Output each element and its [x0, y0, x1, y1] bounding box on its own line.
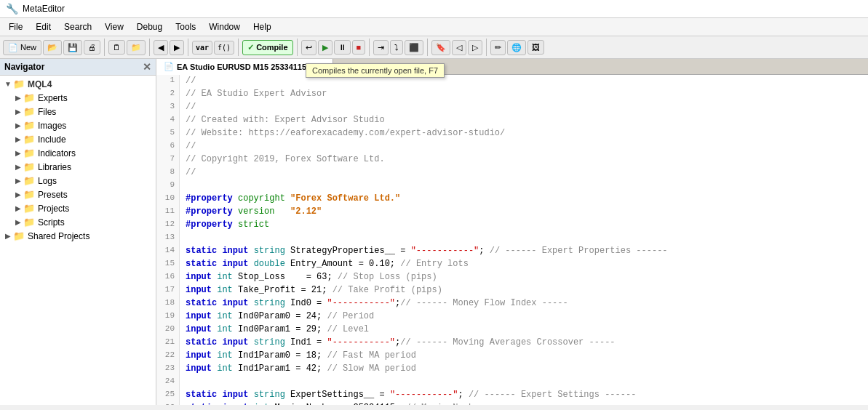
tree-node-projects[interactable]: ▶ 📁 Projects [0, 201, 156, 215]
save-button[interactable]: 💾 [63, 40, 82, 55]
menu-search[interactable]: Search [58, 20, 97, 34]
menu-window[interactable]: Window [203, 20, 246, 34]
step-in-icon: ⇥ [378, 43, 384, 52]
step-out-button[interactable]: ⬛ [405, 40, 423, 55]
browser-button[interactable]: 🌐 [507, 40, 526, 55]
tree-node-indicators[interactable]: ▶ 📁 Indicators [0, 146, 156, 160]
next-bookmark-button[interactable]: ▷ [468, 40, 482, 55]
tree-node-presets[interactable]: ▶ 📁 Presets [0, 188, 156, 201]
code-line: 13 [156, 232, 868, 245]
experts-folder-icon: 📁 [23, 92, 35, 103]
tree-node-images[interactable]: ▶ 📁 Images [0, 118, 156, 132]
compile-button[interactable]: ✓ Compile [242, 40, 292, 55]
sep7 [427, 39, 428, 56]
experts-label: Experts [38, 93, 68, 103]
tree-node-experts[interactable]: ▶ 📁 Experts [0, 91, 156, 105]
tree-node-mql4[interactable]: ▼ 📁 MQL4 [0, 77, 156, 91]
print-button[interactable]: 🖨 [84, 40, 100, 55]
prev-bookmark-button[interactable]: ◁ [452, 40, 466, 55]
step-in-button[interactable]: ⇥ [373, 40, 389, 55]
open-folder-button[interactable]: 📁 [127, 40, 146, 55]
pause-button[interactable]: ⏸ [334, 40, 351, 55]
menu-view[interactable]: View [99, 20, 130, 34]
mql4-folder-icon: 📁 [13, 79, 25, 89]
var-button[interactable]: var [192, 41, 212, 55]
editor-area: 📄 EA Studio EURUSD M15 25334115.mq4 1 //… [156, 59, 868, 405]
sep1 [104, 39, 105, 56]
menu-file[interactable]: File [3, 20, 28, 34]
tree-node-include[interactable]: ▶ 📁 Include [0, 132, 156, 146]
code-line: 15 static input double Entry_Amount = 0.… [156, 258, 868, 271]
func-button[interactable]: f() [214, 41, 234, 55]
editor-tab-bar: 📄 EA Studio EURUSD M15 25334115.mq4 [156, 59, 868, 75]
save-icon: 💾 [68, 43, 78, 52]
code-line: 6 // [156, 140, 868, 153]
experts-expand-icon: ▶ [13, 94, 23, 102]
code-line: 11 #property version "2.12" [156, 206, 868, 219]
sep5 [297, 39, 298, 56]
tree-node-scripts[interactable]: ▶ 📁 Scripts [0, 215, 156, 229]
step-over-button[interactable]: ⤵ [390, 40, 403, 55]
check-icon: ✓ [247, 43, 254, 52]
edit-button[interactable]: ✏ [490, 40, 506, 55]
code-line: 25 static input string ExpertSettings__ … [156, 389, 868, 402]
indicators-expand-icon: ▶ [13, 149, 23, 157]
compile-label: Compile [256, 43, 287, 52]
open-button[interactable]: 📂 [43, 40, 62, 55]
menu-debug[interactable]: Debug [131, 20, 168, 34]
run-button[interactable]: ▶ [318, 40, 333, 55]
code-line: 7 // Copyright 2019, Forex Software Ltd. [156, 153, 868, 166]
code-line: 9 [156, 180, 868, 193]
tree-node-shared-projects[interactable]: ▶ 📁 Shared Projects [0, 229, 156, 243]
pause-icon: ⏸ [338, 43, 346, 52]
images-expand-icon: ▶ [13, 121, 23, 129]
prev-bookmark-icon: ◁ [456, 43, 462, 52]
navigator-tree: ▼ 📁 MQL4 ▶ 📁 Experts ▶ 📁 Files ▶ 📁 Image… [0, 76, 156, 405]
bookmark-button[interactable]: 🔖 [431, 40, 450, 55]
shared-expand-icon: ▶ [3, 232, 13, 240]
projects-label: Projects [38, 204, 69, 214]
scripts-label: Scripts [38, 217, 65, 228]
stop-icon: ■ [357, 43, 362, 52]
projects-folder-icon: 📁 [23, 203, 35, 214]
code-line: 2 // EA Studio Expert Advisor [156, 88, 868, 101]
step-out-icon: ⬛ [409, 43, 419, 52]
app-icon: 🔧 [6, 3, 18, 15]
code-line: 21 static input string Ind1 = "---------… [156, 337, 868, 350]
browser-icon: 🌐 [511, 43, 522, 52]
logs-expand-icon: ▶ [13, 177, 23, 185]
forward-icon: ▶ [174, 43, 180, 52]
app-title: MetaEditor [23, 4, 65, 14]
shared-projects-label: Shared Projects [28, 231, 89, 241]
code-line: 14 static input string StrategyPropertie… [156, 245, 868, 258]
new-label: New [20, 43, 36, 52]
back-button[interactable]: ◀ [154, 40, 168, 55]
bookmark-icon: 🔖 [436, 43, 446, 52]
forward-button[interactable]: ▶ [170, 40, 184, 55]
code-editor[interactable]: 1 // 2 // EA Studio Expert Advisor 3 // … [156, 75, 868, 405]
menu-help[interactable]: Help [247, 20, 277, 34]
scripts-expand-icon: ▶ [13, 218, 23, 226]
scripts-folder-icon: 📁 [23, 217, 35, 228]
run-icon: ▶ [322, 43, 328, 52]
menu-tools[interactable]: Tools [170, 20, 202, 34]
tree-node-logs[interactable]: ▶ 📁 Logs [0, 174, 156, 188]
tree-node-files[interactable]: ▶ 📁 Files [0, 105, 156, 118]
sep6 [369, 39, 370, 56]
image-button[interactable]: 🖼 [527, 40, 544, 55]
navigator-close[interactable]: ✕ [143, 61, 151, 73]
undo-button[interactable]: ↩ [301, 40, 316, 55]
tree-node-libraries[interactable]: ▶ 📁 Libraries [0, 160, 156, 174]
title-bar: 🔧 MetaEditor [0, 0, 868, 18]
include-label: Include [38, 134, 66, 145]
logs-label: Logs [38, 176, 57, 186]
mql4-label: MQL4 [28, 79, 52, 89]
new-button[interactable]: 📄 New [3, 40, 41, 55]
menu-bar: File Edit Search View Debug Tools Window… [0, 18, 868, 36]
code-line: 18 static input string Ind0 = "---------… [156, 297, 868, 310]
stop-button[interactable]: ■ [352, 40, 366, 55]
menu-edit[interactable]: Edit [30, 20, 57, 34]
code-line: 8 // [156, 166, 868, 180]
new-file-button[interactable]: 🗒 [108, 40, 125, 55]
open-folder-icon: 📁 [131, 43, 141, 52]
